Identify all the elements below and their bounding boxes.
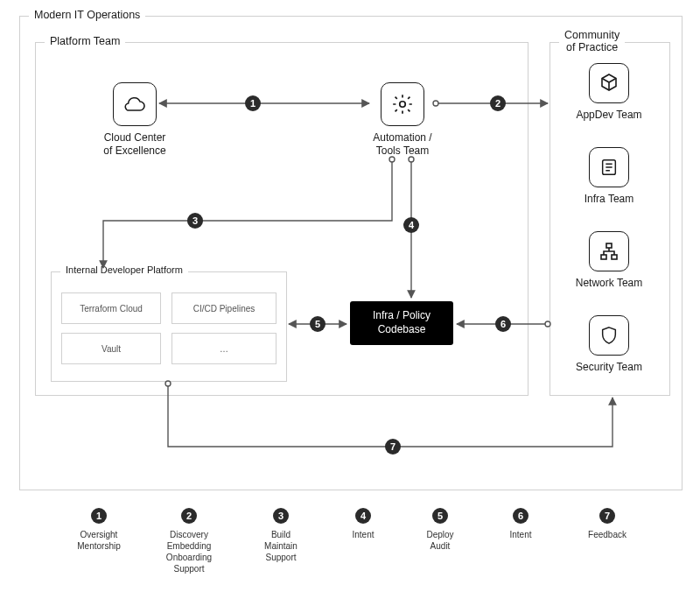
idp-card-cicd: CI/CD Pipelines [172,292,276,324]
edge-bubble-2: 2 [490,95,506,111]
node-automation: Automation / Tools Team [350,82,455,158]
idp-card-terraform: Terraform Cloud [61,292,161,324]
node-security: Security Team [569,315,649,374]
svg-rect-3 [601,255,606,259]
legend-6: 6 Intent [490,508,551,540]
gear-icon [381,82,424,126]
legend-5: 5 Deploy Audit [410,508,471,552]
node-infra: Infra Team [572,147,646,206]
shield-icon [589,315,629,356]
network-icon [589,231,629,271]
automation-label: Automation / Tools Team [373,131,431,158]
node-cloud-center: Cloud Center of Excellence [82,82,187,158]
edge-bubble-7: 7 [385,439,401,454]
community-label: Community of Practice [559,29,625,54]
edge-bubble-6: 6 [495,316,511,332]
cloud-center-label: Cloud Center of Excellence [103,131,165,158]
list-icon [589,147,629,187]
legend-4: 4 Intent [332,508,394,540]
codebase-node: Infra / Policy Codebase [350,301,453,345]
legend-1: 1 Oversight Mentorship [61,508,136,552]
svg-rect-4 [612,255,617,259]
outer-panel-label: Modern IT Operations [29,9,145,21]
cloud-icon [113,82,157,126]
node-network: Network Team [569,231,649,290]
edge-bubble-3: 3 [187,213,203,229]
svg-rect-2 [606,243,612,248]
legend-7: 7 Feedback [572,508,642,540]
svg-point-0 [400,102,406,108]
edge-bubble-5: 5 [310,316,326,332]
node-appdev: AppDev Team [572,63,646,122]
edge-bubble-4: 4 [403,217,419,233]
diagram-canvas: Modern IT Operations Platform Team Inter… [0,0,700,606]
idp-card-vault: Vault [61,333,161,364]
legend-2: 2 Discovery Embedding Onboarding Support [147,508,231,574]
idp-panel: Internal Developer Platform [51,271,287,382]
idp-label: Internal Developer Platform [60,264,188,275]
edge-bubble-1: 1 [245,95,261,111]
cube-icon [589,63,629,103]
legend-3: 3 Build Maintain Support [243,508,318,563]
platform-team-label: Platform Team [45,35,125,47]
idp-card-more: … [172,333,276,364]
